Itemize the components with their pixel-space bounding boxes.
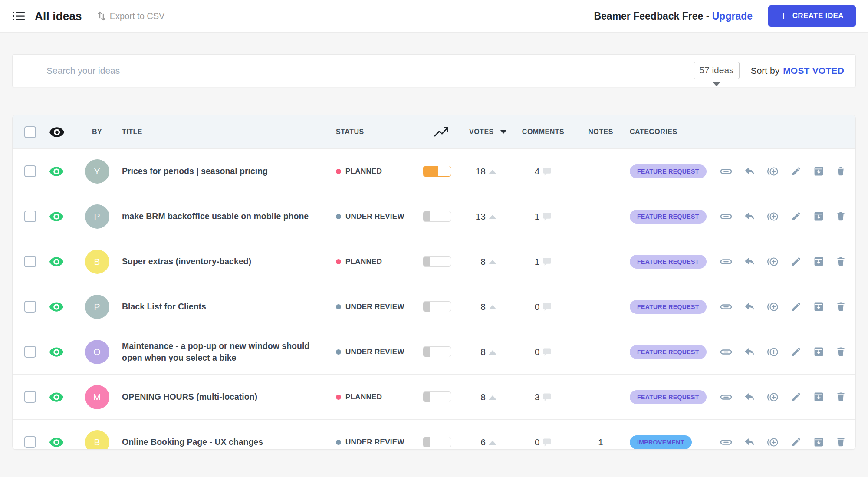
edit-pencil-icon[interactable] [791, 166, 802, 177]
visibility-eye-icon[interactable] [49, 257, 64, 266]
visibility-eye-icon[interactable] [49, 302, 64, 312]
copy-link-icon[interactable] [720, 166, 732, 177]
edit-pencil-icon[interactable] [791, 437, 802, 447]
idea-title[interactable]: OPENING HOURS (multi-location) [122, 391, 257, 402]
reply-icon[interactable] [744, 211, 755, 222]
category-badge: FEATURE REQUEST [630, 255, 707, 269]
chevron-down-icon[interactable] [713, 82, 720, 86]
status-dot-icon [336, 395, 341, 400]
visibility-eye-icon[interactable] [49, 438, 64, 447]
sort-value-link[interactable]: MOST VOTED [783, 66, 844, 76]
circle-plus-icon[interactable] [767, 166, 779, 177]
select-all-checkbox[interactable] [24, 126, 36, 138]
status: PLANNED [329, 257, 414, 266]
create-idea-button[interactable]: + CREATE IDEA [768, 5, 856, 27]
circle-plus-icon[interactable] [767, 211, 779, 222]
circle-plus-icon[interactable] [767, 437, 779, 448]
circle-plus-icon[interactable] [767, 346, 779, 358]
upvote-icon[interactable] [489, 441, 496, 445]
trash-icon[interactable] [836, 391, 846, 402]
upgrade-link[interactable]: Upgrade [712, 10, 753, 22]
upvote-icon[interactable] [489, 215, 496, 219]
list-icon [12, 10, 25, 22]
reply-icon[interactable] [744, 257, 755, 267]
comment-bubble-icon [542, 438, 552, 447]
copy-link-icon[interactable] [720, 211, 732, 222]
archive-icon[interactable] [813, 211, 824, 222]
progress-bar [423, 166, 451, 177]
sort-caret-icon[interactable] [500, 130, 506, 134]
progress-fill [423, 166, 438, 176]
copy-link-icon[interactable] [720, 256, 732, 267]
copy-link-icon[interactable] [720, 346, 732, 358]
votes-count: 8 [473, 392, 486, 402]
visibility-eye-icon[interactable] [49, 212, 64, 221]
row-checkbox[interactable] [24, 211, 36, 222]
search-input[interactable] [46, 66, 694, 76]
trash-icon[interactable] [836, 346, 846, 357]
copy-link-icon[interactable] [720, 437, 732, 448]
upvote-icon[interactable] [489, 305, 496, 309]
circle-plus-icon[interactable] [767, 391, 779, 403]
visibility-eye-icon[interactable] [49, 392, 64, 402]
upvote-icon[interactable] [489, 350, 496, 355]
edit-pencil-icon[interactable] [791, 346, 802, 357]
upvote-icon[interactable] [489, 260, 496, 264]
idea-title[interactable]: Black List for Clients [122, 301, 206, 312]
reply-icon[interactable] [744, 437, 755, 447]
archive-icon[interactable] [813, 301, 824, 312]
idea-title[interactable]: Maintenance - a pop-up or new window sho… [122, 340, 322, 363]
idea-title[interactable]: make BRM backoffice usable on mobile pho… [122, 211, 309, 222]
row-checkbox[interactable] [24, 391, 36, 403]
reply-icon[interactable] [744, 302, 755, 312]
avatar: O [85, 340, 109, 364]
row-checkbox[interactable] [24, 301, 36, 313]
export-to-csv-button[interactable]: Export to CSV [97, 10, 165, 22]
category-badge: FEATURE REQUEST [630, 164, 707, 178]
edit-pencil-icon[interactable] [791, 256, 802, 267]
edit-pencil-icon[interactable] [791, 391, 802, 402]
upvote-icon[interactable] [489, 170, 496, 174]
circle-plus-icon[interactable] [767, 256, 779, 267]
row-checkbox[interactable] [24, 256, 36, 267]
avatar: P [85, 295, 109, 319]
upvote-icon[interactable] [489, 395, 496, 400]
table-row: B Online Booking Page - UX changes UNDER… [13, 419, 855, 450]
trash-icon[interactable] [836, 256, 846, 267]
reply-icon[interactable] [744, 347, 755, 357]
progress-fill [423, 211, 430, 221]
header-votes[interactable]: VOTES [469, 128, 494, 136]
trash-icon[interactable] [836, 211, 846, 222]
trash-icon[interactable] [836, 301, 846, 312]
visibility-eye-icon[interactable] [49, 347, 64, 357]
comments-count: 3 [535, 392, 540, 402]
reply-icon[interactable] [744, 166, 755, 177]
votes-count: 8 [473, 257, 486, 267]
circle-plus-icon[interactable] [767, 301, 779, 313]
archive-icon[interactable] [813, 391, 824, 402]
copy-link-icon[interactable] [720, 391, 732, 403]
avatar: P [85, 204, 109, 229]
reply-icon[interactable] [744, 392, 755, 402]
progress-fill [423, 392, 430, 402]
progress-bar [423, 437, 451, 447]
archive-icon[interactable] [813, 256, 824, 267]
idea-title[interactable]: Online Booking Page - UX changes [122, 436, 263, 447]
edit-pencil-icon[interactable] [791, 211, 802, 222]
archive-icon[interactable] [813, 346, 824, 357]
archive-icon[interactable] [813, 166, 824, 177]
copy-link-icon[interactable] [720, 301, 732, 313]
row-checkbox[interactable] [24, 165, 36, 177]
archive-icon[interactable] [813, 437, 824, 447]
idea-title[interactable]: Super extras (inventory-backed) [122, 256, 251, 267]
status-label: PLANNED [345, 257, 382, 266]
eye-icon[interactable] [49, 127, 65, 137]
trash-icon[interactable] [836, 166, 846, 177]
comments-count: 1 [535, 211, 540, 222]
idea-title[interactable]: Prices for periods | seasonal pricing [122, 165, 268, 177]
row-checkbox[interactable] [24, 436, 36, 448]
edit-pencil-icon[interactable] [791, 301, 802, 312]
trash-icon[interactable] [836, 437, 846, 447]
visibility-eye-icon[interactable] [49, 167, 64, 176]
row-checkbox[interactable] [24, 346, 36, 358]
